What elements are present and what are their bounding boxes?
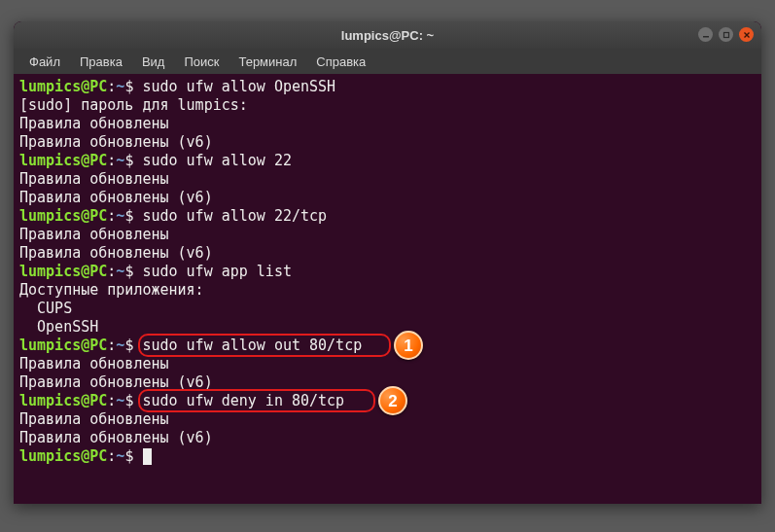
prompt-colon: : (107, 263, 116, 280)
prompt-colon: : (107, 152, 116, 169)
terminal-line: lumpics@PC:~$ sudo ufw deny in 80/tcp (19, 392, 756, 410)
terminal-output: Правила обновлены (19, 226, 756, 244)
prompt-user: lumpics@PC (19, 263, 107, 280)
prompt-user: lumpics@PC (19, 392, 107, 409)
terminal-output: Доступные приложения: (19, 281, 756, 300)
cursor (143, 448, 152, 465)
prompt-user: lumpics@PC (19, 337, 107, 354)
menu-terminal[interactable]: Терминал (230, 53, 304, 71)
terminal-output: Правила обновлены (19, 115, 756, 133)
prompt-symbol: $ (124, 207, 133, 225)
prompt-symbol: $ (124, 152, 133, 169)
terminal-output: OpenSSH (19, 318, 756, 337)
terminal-output: Правила обновлены (v6) (19, 189, 756, 207)
terminal-output: CUPS (19, 300, 756, 318)
command-text: sudo ufw deny in 80/tcp (142, 392, 344, 409)
titlebar[interactable]: lumpics@PC: ~ (14, 21, 761, 49)
terminal-output: Правила обновлены (v6) (19, 373, 756, 392)
maximize-icon (722, 31, 730, 39)
close-button[interactable] (739, 27, 754, 42)
prompt-symbol: $ (124, 78, 133, 95)
minimize-icon (702, 31, 710, 39)
terminal-output: Правила обновлены (v6) (19, 244, 756, 263)
command-text: sudo ufw allow 22/tcp (142, 207, 327, 225)
prompt-user: lumpics@PC (19, 447, 107, 465)
command-text: sudo ufw allow out 80/tcp (142, 337, 362, 354)
terminal-line: lumpics@PC:~$ sudo ufw allow OpenSSH (19, 78, 756, 96)
terminal-output: [sudo] пароль для lumpics: (19, 96, 756, 115)
prompt-user: lumpics@PC (19, 78, 107, 95)
terminal-line: lumpics@PC:~$ sudo ufw allow 22/tcp (19, 207, 756, 226)
maximize-button[interactable] (719, 27, 733, 42)
prompt-symbol: $ (124, 337, 133, 354)
menubar: Файл Правка Вид Поиск Терминал Справка (14, 49, 761, 74)
command-text: sudo ufw app list (142, 263, 292, 280)
terminal-line: lumpics@PC:~$ sudo ufw app list (19, 263, 756, 281)
prompt-colon: : (107, 207, 116, 225)
terminal-line: lumpics@PC:~$ (19, 447, 756, 466)
prompt-colon: : (107, 337, 116, 354)
menu-file[interactable]: Файл (21, 53, 68, 71)
terminal-window: lumpics@PC: ~ Файл Правка Вид Поиск Терм… (14, 21, 761, 504)
terminal-output: Правила обновлены (v6) (19, 133, 756, 152)
prompt-colon: : (107, 392, 116, 409)
menu-view[interactable]: Вид (134, 53, 173, 71)
terminal-output: Правила обновлены (v6) (19, 429, 756, 447)
minimize-button[interactable] (698, 27, 713, 42)
terminal-output: Правила обновлены (19, 170, 756, 189)
svg-rect-0 (703, 36, 709, 38)
command-text: sudo ufw allow 22 (142, 152, 292, 169)
menu-help[interactable]: Справка (308, 53, 373, 71)
window-controls (698, 27, 754, 42)
menu-search[interactable]: Поиск (176, 53, 227, 71)
prompt-user: lumpics@PC (19, 207, 107, 225)
prompt-symbol: $ (124, 392, 133, 409)
svg-rect-1 (723, 32, 728, 37)
window-title: lumpics@PC: ~ (341, 28, 434, 43)
prompt-colon: : (107, 447, 116, 465)
menu-edit[interactable]: Правка (72, 53, 130, 71)
prompt-symbol: $ (124, 263, 133, 280)
terminal-output: Правила обновлены (19, 355, 756, 373)
terminal-body[interactable]: lumpics@PC:~$ sudo ufw allow OpenSSH [su… (14, 74, 761, 504)
close-icon (743, 31, 751, 39)
command-text: sudo ufw allow OpenSSH (142, 78, 335, 95)
prompt-symbol: $ (124, 447, 133, 465)
prompt-user: lumpics@PC (19, 152, 107, 169)
terminal-output: Правила обновлены (19, 410, 756, 429)
terminal-line: lumpics@PC:~$ sudo ufw allow 22 (19, 152, 756, 170)
prompt-colon: : (107, 78, 116, 95)
terminal-line: lumpics@PC:~$ sudo ufw allow out 80/tcp (19, 337, 756, 355)
